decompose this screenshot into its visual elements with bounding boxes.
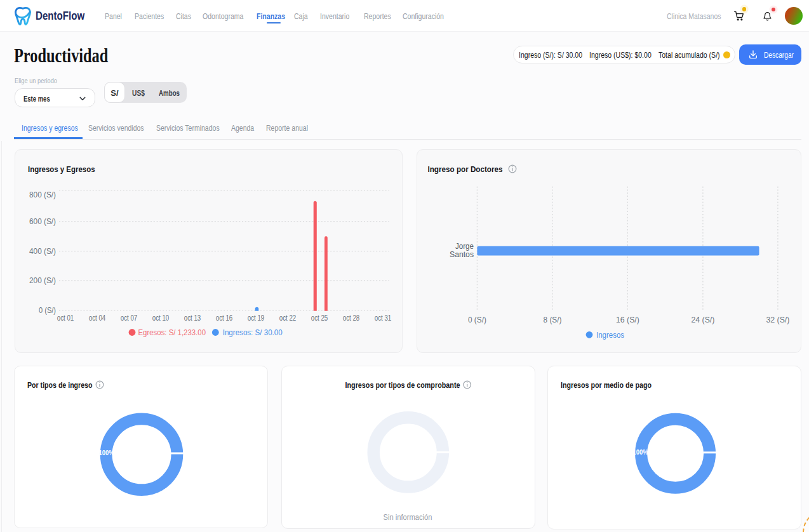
svg-text:oct 28: oct 28 bbox=[343, 313, 360, 323]
svg-text:32 (S/): 32 (S/) bbox=[766, 315, 789, 324]
svg-text:200 (S/): 200 (S/) bbox=[29, 276, 56, 285]
svg-text:oct 31: oct 31 bbox=[375, 313, 392, 323]
svg-text:oct 07: oct 07 bbox=[121, 313, 138, 323]
svg-text:600 (S/): 600 (S/) bbox=[29, 216, 56, 226]
svg-text:oct 25: oct 25 bbox=[311, 313, 328, 323]
svg-text:400 (S/): 400 (S/) bbox=[29, 246, 56, 256]
svg-text:oct 16: oct 16 bbox=[216, 313, 233, 323]
svg-text:0 (S/): 0 (S/) bbox=[39, 305, 56, 315]
svg-text:Sin información: Sin información bbox=[384, 512, 432, 522]
svg-text:oct 04: oct 04 bbox=[89, 313, 106, 323]
svg-text:16 (S/): 16 (S/) bbox=[616, 315, 639, 324]
svg-text:Ingresos por tipos de comproba: Ingresos por tipos de comprobante bbox=[345, 380, 460, 390]
svg-text:oct 10: oct 10 bbox=[152, 313, 170, 323]
svg-text:Egresos: S/ 1,233.00: Egresos: S/ 1,233.00 bbox=[138, 328, 206, 337]
svg-text:oct 19: oct 19 bbox=[248, 313, 265, 323]
svg-text:Ingresos: S/ 30.00: Ingresos: S/ 30.00 bbox=[223, 328, 283, 337]
svg-text:Ingreso por Doctores: Ingreso por Doctores bbox=[428, 164, 503, 174]
svg-text:oct 22: oct 22 bbox=[279, 313, 297, 323]
svg-text:Ingresos por medio de pago: Ingresos por medio de pago bbox=[561, 380, 652, 390]
svg-text:oct 13: oct 13 bbox=[184, 313, 201, 323]
svg-text:0 (S/): 0 (S/) bbox=[468, 315, 486, 324]
svg-text:24 (S/): 24 (S/) bbox=[691, 315, 714, 324]
svg-text:Ingresos: Ingresos bbox=[596, 330, 624, 340]
svg-text:Ingresos y Egresos: Ingresos y Egresos bbox=[28, 164, 95, 174]
svg-text:8 (S/): 8 (S/) bbox=[544, 315, 562, 324]
svg-text:100%: 100% bbox=[99, 449, 114, 456]
svg-text:oct 01: oct 01 bbox=[57, 313, 74, 323]
svg-text:Santos: Santos bbox=[450, 249, 474, 259]
svg-text:800 (S/): 800 (S/) bbox=[29, 190, 56, 199]
svg-text:Por tipos de ingreso: Por tipos de ingreso bbox=[27, 380, 93, 390]
svg-text:100%: 100% bbox=[633, 448, 648, 456]
